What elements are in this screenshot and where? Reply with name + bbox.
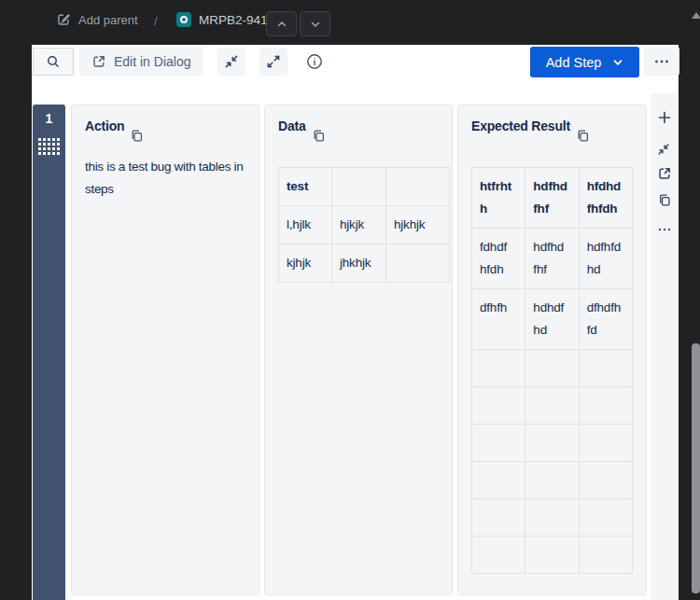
table-cell	[579, 462, 632, 499]
table-header-cell: htfrht h	[472, 168, 525, 229]
open-dialog-icon	[91, 54, 106, 69]
table-cell: hdhdf hd	[525, 289, 579, 350]
table-cell	[386, 244, 450, 283]
table-row	[472, 499, 633, 537]
scrollbar-up-arrow[interactable]	[692, 12, 700, 19]
table-cell: kjhjk	[279, 244, 332, 283]
edit-pencil-icon	[56, 12, 71, 27]
expand-all-button[interactable]	[259, 48, 287, 76]
search-input[interactable]	[33, 48, 74, 76]
copy-icon	[576, 129, 589, 143]
breadcrumb-separator: /	[154, 14, 158, 28]
step-more-options-button[interactable]	[657, 222, 672, 237]
step-actions-rail	[651, 93, 679, 600]
collapse-icon	[657, 143, 672, 156]
table-header-row: test	[279, 168, 450, 206]
table-row	[472, 387, 633, 425]
table-cell	[472, 425, 525, 462]
table-cell: hjkjk	[332, 206, 386, 244]
edit-in-dialog-label: Edit in Dialog	[114, 54, 191, 69]
table-row	[472, 350, 633, 387]
collapse-step-button[interactable]	[657, 142, 672, 157]
scrollbar-thumb[interactable]	[692, 343, 700, 593]
table-row: kjhjkjhkhjk	[279, 244, 450, 283]
table-cell	[525, 499, 579, 537]
search-icon	[46, 54, 61, 69]
table-cell	[579, 425, 632, 462]
table-row: dfhfhhdhdf hddfhdfh fd	[472, 289, 633, 350]
table-cell: dfhfh	[472, 289, 525, 350]
open-step-in-dialog-button[interactable]	[657, 166, 672, 181]
plus-icon	[657, 110, 672, 125]
table-cell	[579, 499, 632, 537]
add-step-label: Add Step	[546, 55, 602, 70]
chevron-down-icon	[309, 18, 322, 31]
table-header-cell: test	[279, 168, 332, 206]
table-cell	[525, 537, 579, 574]
more-options-button[interactable]	[644, 47, 679, 76]
action-field[interactable]: Action this is a test bug with tables in…	[71, 105, 259, 595]
copy-step-button[interactable]	[657, 192, 672, 207]
table-cell	[579, 387, 632, 425]
table-header-cell	[386, 168, 450, 206]
add-step-inline-button[interactable]	[657, 110, 672, 125]
copy-icon	[657, 193, 672, 207]
collapse-icon	[224, 54, 239, 69]
step-number-strip: 1	[33, 105, 65, 600]
table-cell	[525, 462, 579, 499]
expected-result-field[interactable]: Expected Result htfrht hhdfhd fhfhfdhd f…	[457, 105, 647, 595]
expand-icon	[266, 54, 281, 69]
previous-item-button[interactable]	[266, 11, 297, 36]
action-label: Action	[85, 117, 124, 135]
table-cell	[525, 387, 579, 425]
next-item-button[interactable]	[300, 11, 330, 36]
table-cell	[472, 537, 525, 574]
data-label: Data	[278, 117, 306, 135]
open-dialog-icon	[657, 166, 672, 181]
chevron-down-icon	[612, 57, 623, 68]
table-row: fdhdf hfdhhdfhd fhfhdfhfd hd	[472, 229, 633, 289]
table-header-cell: hfdhd fhfdh	[579, 168, 632, 229]
add-parent-label: Add parent	[78, 13, 138, 27]
more-horizontal-icon	[657, 223, 672, 236]
table-cell	[525, 350, 579, 387]
table-cell: fdhdf hfdh	[472, 229, 525, 289]
table-cell	[472, 462, 525, 499]
table-row	[472, 462, 633, 499]
info-icon	[305, 52, 324, 71]
table-cell: l,hjlk	[279, 206, 332, 244]
table-cell: hdfhfd hd	[579, 229, 632, 289]
steps-editor-panel: Edit in Dialog Add Step	[32, 45, 679, 600]
data-field[interactable]: Data testl,hjlkhjkjkhjkhjkkjhjkjhkhjk	[264, 105, 453, 595]
table-header-cell	[332, 168, 386, 206]
table-cell: jhkhjk	[332, 244, 386, 283]
expected-result-table: htfrht hhdfhd fhfhfdhd fhfdhfdhdf hfdhhd…	[471, 167, 633, 574]
step-table: testl,hjlkhjkjkhjkhjkkjhjkjhkhjk	[278, 167, 450, 283]
drag-handle-icon[interactable]	[38, 138, 60, 155]
table-row	[472, 537, 633, 574]
step-table: htfrht hhdfhd fhfhfdhd fhfdhfdhdf hfdhhd…	[471, 167, 633, 574]
expected-result-label: Expected Result	[471, 117, 570, 135]
table-header-row: htfrht hhdfhd fhfhfdhd fhfdh	[472, 168, 633, 229]
copy-data-button[interactable]	[312, 129, 325, 143]
table-cell	[472, 387, 525, 425]
data-table: testl,hjlkhjkjkhjkhjkkjhjkjhkhjk	[278, 167, 439, 283]
add-parent-button[interactable]: Add parent	[56, 12, 138, 27]
action-text: this is a test bug with tables in steps	[85, 156, 257, 201]
add-step-button[interactable]: Add Step	[530, 47, 639, 77]
collapse-all-button[interactable]	[217, 48, 245, 76]
table-cell	[525, 425, 579, 462]
table-cell: hdfhd fhf	[525, 229, 579, 289]
info-button[interactable]	[305, 52, 324, 71]
top-navigation-bar: Add parent / MRPB2-94152	[0, 0, 700, 45]
chevron-up-icon	[275, 18, 288, 31]
more-horizontal-icon	[653, 54, 670, 69]
copy-expected-result-button[interactable]	[576, 129, 589, 143]
copy-icon	[130, 129, 143, 143]
edit-in-dialog-button[interactable]: Edit in Dialog	[79, 47, 203, 76]
copy-icon	[312, 129, 325, 143]
table-cell: hjkhjk	[386, 206, 450, 244]
table-cell	[472, 350, 525, 387]
copy-action-button[interactable]	[130, 129, 143, 143]
table-header-cell: hdfhd fhf	[525, 168, 579, 229]
